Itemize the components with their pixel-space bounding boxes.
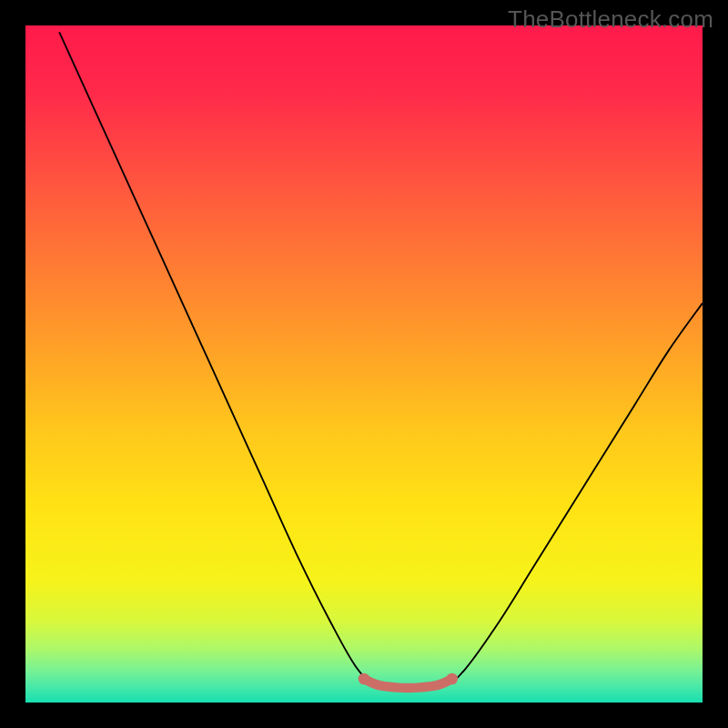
plot-area: [25, 25, 703, 703]
bottleneck-curve: [59, 32, 703, 689]
highlight-endpoint-left-icon: [359, 673, 370, 685]
curve-layer: [25, 25, 703, 703]
chart-frame: TheBottleneck.com: [0, 0, 728, 728]
low-bottleneck-highlight: [364, 679, 452, 688]
highlight-endpoint-right-icon: [446, 673, 458, 685]
watermark-label: TheBottleneck.com: [508, 5, 713, 34]
